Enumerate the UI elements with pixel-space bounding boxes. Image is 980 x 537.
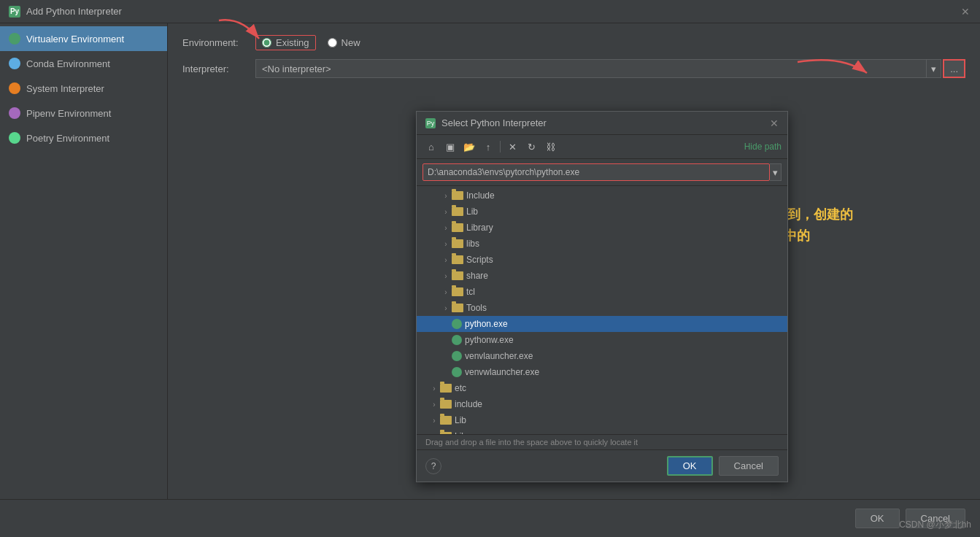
- main-dialog: Py Add Python Interpreter ✕ Virtualenv E…: [0, 0, 980, 537]
- pipenv-icon: [9, 107, 20, 119]
- browse-button[interactable]: ...: [943, 59, 965, 78]
- help-button[interactable]: ?: [425, 458, 441, 474]
- virtualenv-icon: [9, 33, 20, 45]
- folder-icon-library: [452, 223, 463, 232]
- folder-icon-tools: [452, 304, 463, 312]
- folder-icon-include2: [440, 400, 452, 409]
- tree-item-library2[interactable]: › Library: [417, 428, 787, 434]
- interpreter-input[interactable]: [255, 59, 927, 78]
- sub-dialog-ok-button[interactable]: OK: [667, 456, 713, 476]
- tree-label-share: share: [466, 271, 488, 281]
- sidebar-item-system[interactable]: System Interpreter: [0, 76, 167, 101]
- tree-chevron-scripts: ›: [440, 256, 452, 264]
- tree-item-venvlauncher[interactable]: venvlauncher.exe: [417, 348, 787, 364]
- toolbar-folder-button[interactable]: 📂: [460, 138, 478, 155]
- existing-radio-label: Existing: [276, 37, 309, 48]
- file-tree: › Include › Lib › Library: [417, 186, 787, 434]
- tree-item-lib2[interactable]: › Lib: [417, 412, 787, 428]
- toolbar-left: ⌂ ▣ 📂 ↑ ✕ ↻ ⛓: [423, 138, 559, 155]
- existing-radio[interactable]: [262, 38, 271, 47]
- tree-chevron-libs: ›: [440, 240, 452, 248]
- main-content: Environment: Existing New Interpreter: ▾: [168, 23, 980, 499]
- tree-item-tools[interactable]: › Tools: [417, 300, 787, 316]
- tree-item-scripts[interactable]: › Scripts: [417, 252, 787, 268]
- dialog-body: Virtualenv Environment Conda Environment…: [0, 23, 980, 499]
- tree-label-library: Library: [466, 223, 493, 233]
- tree-item-library[interactable]: › Library: [417, 220, 787, 236]
- tree-item-libs[interactable]: › libs: [417, 236, 787, 252]
- tree-chevron-lib2: ›: [428, 417, 440, 425]
- folder-icon-libs: [452, 239, 463, 248]
- sidebar-label-poetry: Poetry Environment: [26, 133, 109, 144]
- tree-item-tcl[interactable]: › tcl: [417, 284, 787, 300]
- toolbar-divider: [500, 141, 501, 152]
- tree-label-lib2: Lib: [455, 415, 466, 425]
- path-input[interactable]: [423, 163, 770, 181]
- new-radio-option[interactable]: New: [328, 37, 360, 48]
- main-ok-button[interactable]: OK: [855, 509, 900, 528]
- system-icon: [9, 82, 20, 94]
- folder-icon-scripts: [452, 255, 463, 264]
- tree-item-venvwlauncher[interactable]: venvwlauncher.exe: [417, 364, 787, 380]
- tree-item-share[interactable]: › share: [417, 268, 787, 284]
- toolbar-refresh-button[interactable]: ↻: [522, 138, 540, 155]
- sub-dialog-cancel-button[interactable]: Cancel: [719, 456, 779, 476]
- tree-label-include2: include: [455, 399, 482, 409]
- python-icon-venvlauncher: [452, 351, 462, 361]
- folder-icon-lib: [452, 207, 463, 216]
- dialog-title: Add Python Interpreter: [26, 6, 960, 17]
- sidebar-label-virtualenv: Virtualenv Environment: [26, 34, 124, 45]
- tree-chevron-etc: ›: [428, 385, 440, 393]
- toolbar-delete-button[interactable]: ✕: [503, 138, 521, 155]
- tree-item-python-exe[interactable]: python.exe: [417, 316, 787, 332]
- tree-label-lib: Lib: [466, 206, 478, 217]
- sub-dialog-toolbar: ⌂ ▣ 📂 ↑ ✕ ↻ ⛓ Hide path: [417, 135, 787, 159]
- new-radio[interactable]: [328, 38, 337, 47]
- sub-dialog-close-button[interactable]: ✕: [770, 117, 779, 129]
- interpreter-row: Interpreter: ▾ ...: [182, 59, 965, 78]
- toolbar-chain-button[interactable]: ⛓: [541, 138, 559, 155]
- toolbar-home-button[interactable]: ⌂: [423, 138, 440, 155]
- conda-icon: [9, 58, 20, 69]
- environment-label: Environment:: [182, 37, 255, 48]
- tree-label-scripts: Scripts: [466, 255, 493, 265]
- sidebar-item-conda[interactable]: Conda Environment: [0, 51, 167, 76]
- tree-label-libs: libs: [466, 239, 479, 249]
- sidebar-item-poetry[interactable]: Poetry Environment: [0, 125, 167, 150]
- tree-item-include[interactable]: › Include: [417, 188, 787, 204]
- tree-chevron-tcl: ›: [440, 288, 452, 296]
- sub-dialog-titlebar: Py Select Python Interpreter ✕: [417, 112, 787, 135]
- toolbar-desktop-button[interactable]: ▣: [441, 138, 459, 155]
- tree-chevron-lib: ›: [440, 208, 452, 216]
- tree-chevron-library: ›: [440, 224, 452, 232]
- tree-label-library2: Library: [455, 431, 482, 434]
- folder-icon-lib2: [440, 416, 452, 425]
- sub-dialog: Py Select Python Interpreter ✕ ⌂ ▣ 📂 ↑ ✕…: [416, 111, 788, 482]
- tree-label-venvwlauncher: venvwlauncher.exe: [465, 367, 539, 377]
- tree-item-lib[interactable]: › Lib: [417, 204, 787, 220]
- sub-dialog-bottom: ? OK Cancel: [417, 449, 787, 482]
- interpreter-dropdown-btn[interactable]: ▾: [927, 59, 941, 78]
- sub-dialog-buttons: OK Cancel: [667, 456, 779, 476]
- existing-radio-option[interactable]: Existing: [255, 35, 316, 50]
- python-icon-pythonw: [452, 335, 462, 345]
- python-icon-venvwlauncher: [452, 367, 462, 377]
- dialog-close-button[interactable]: ✕: [960, 6, 971, 18]
- tree-item-pythonw-exe[interactable]: pythonw.exe: [417, 332, 787, 348]
- tree-item-etc[interactable]: › etc: [417, 380, 787, 396]
- folder-icon-etc: [440, 384, 452, 393]
- sidebar-item-virtualenv[interactable]: Virtualenv Environment: [0, 26, 167, 51]
- path-dropdown-btn[interactable]: ▾: [770, 163, 782, 181]
- tree-chevron-include: ›: [440, 192, 452, 200]
- toolbar-up-button[interactable]: ↑: [479, 138, 497, 155]
- sidebar-item-pipenv[interactable]: Pipenv Environment: [0, 101, 167, 125]
- sub-dialog-icon: Py: [425, 118, 436, 128]
- tree-chevron-include2: ›: [428, 401, 440, 409]
- folder-icon-tcl: [452, 287, 463, 296]
- tree-item-include2[interactable]: › include: [417, 396, 787, 412]
- hide-path-link[interactable]: Hide path: [744, 142, 782, 152]
- python-icon-python-exe: [452, 319, 462, 329]
- tree-label-pythonw-exe: pythonw.exe: [465, 335, 514, 345]
- tree-label-python-exe: python.exe: [465, 319, 508, 329]
- path-input-row: ▾: [417, 159, 787, 186]
